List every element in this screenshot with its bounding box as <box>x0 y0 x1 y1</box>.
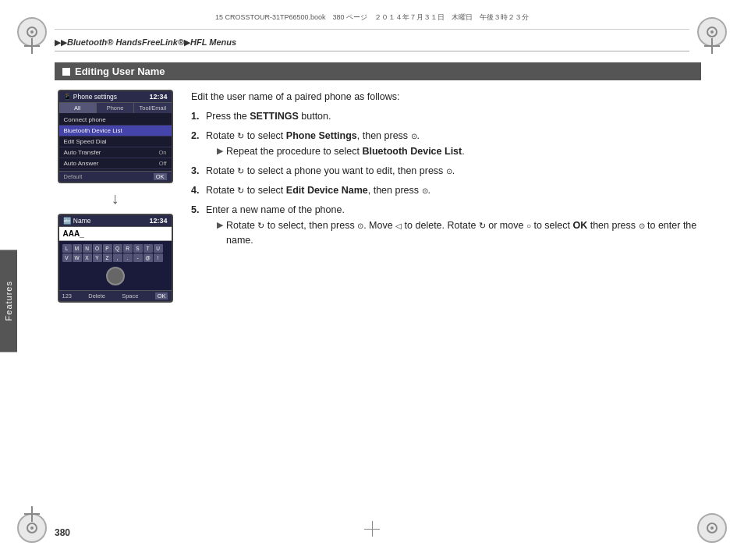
key-X: X <box>83 253 92 262</box>
screen2-header: 🔤 Name 12:34 <box>59 215 172 227</box>
crosshair-left-bottom <box>17 499 47 529</box>
screen1-time: 12:34 <box>149 93 167 101</box>
name-value: AAA_ <box>63 229 84 238</box>
key-at: @ <box>143 253 153 262</box>
step2-content: Rotate ↻ to select Phone Settings, then … <box>206 129 465 160</box>
menu-auto-answer: Auto AnswerOff <box>59 158 172 169</box>
main-content: Editing User Name 📱 Phone settings 12:34… <box>55 62 701 513</box>
crosshair-left-top <box>17 31 47 61</box>
step1-num: 1. <box>191 109 204 124</box>
right-column: Edit the user name of a paired phone as … <box>191 90 701 253</box>
step-1: 1. Press the SETTINGS button. <box>191 109 701 124</box>
screen1-menu: Connect phone Bluetooth Device List Edit… <box>59 113 172 171</box>
section-title: Editing User Name <box>75 66 165 77</box>
top-bar: 15 CROSSTOUR-31TP66500.book 380 ページ ２０１４… <box>55 6 689 30</box>
step-3: 3. Rotate ↻ to select a phone you want t… <box>191 164 701 179</box>
breadcrumb-part2: HFL Menus <box>190 37 236 47</box>
step-4: 4. Rotate ↻ to select Edit Device Name, … <box>191 183 701 198</box>
step4-num: 4. <box>191 183 204 198</box>
step-list: 1. Press the SETTINGS button. 2. Rotate … <box>191 109 701 248</box>
step3-text: Rotate ↻ to select a phone you want to e… <box>206 164 701 179</box>
bottom-crosshair <box>364 521 380 537</box>
key-P: P <box>103 244 112 253</box>
key-Q: Q <box>113 244 122 253</box>
step2-text: Rotate ↻ to select Phone Settings, then … <box>206 130 420 141</box>
section-header: Editing User Name <box>55 62 701 80</box>
keyboard-area: L M N O P Q R S T U V W X Y Z <box>59 241 172 290</box>
step5-content: Enter a new name of the phone. ▶ Rotate … <box>206 203 701 248</box>
key-V: V <box>62 253 72 262</box>
key-comma: , <box>113 253 122 262</box>
footer-default: Default <box>64 173 83 180</box>
left-column: 📱 Phone settings 12:34 All Phone Tool/Em… <box>55 90 175 303</box>
key-Y: Y <box>93 253 102 262</box>
step-2: 2. Rotate ↻ to select Phone Settings, th… <box>191 129 701 160</box>
step-5: 5. Enter a new name of the phone. ▶ Rota… <box>191 203 701 248</box>
step1-text: Press the SETTINGS button. <box>206 109 701 124</box>
menu-auto-transfer: Auto TransferOn <box>59 147 172 158</box>
key-N: N <box>83 244 92 253</box>
tab-phone: Phone <box>97 103 134 113</box>
keyboard-grid: L M N O P Q R S T U V W X Y Z <box>61 243 170 264</box>
intro-text: Edit the user name of a paired phone as … <box>191 90 701 105</box>
step5-sub: ▶ Rotate ↻ to select, then press ⊙. Move… <box>217 218 701 248</box>
page-number-value: 380 <box>55 527 70 538</box>
key-U: U <box>154 244 163 253</box>
step3-num: 3. <box>191 164 204 179</box>
key-S: S <box>133 244 143 253</box>
dial-area <box>61 264 170 289</box>
name-display: AAA_ <box>59 227 172 241</box>
footer-ok2: OK <box>155 292 168 299</box>
key-excl: ! <box>154 253 163 262</box>
menu-connect-phone: Connect phone <box>59 115 172 126</box>
step5-sub-text: Rotate ↻ to select, then press ⊙. Move ◁… <box>226 218 701 248</box>
features-label: Features <box>4 281 13 321</box>
page-number: 380 <box>55 527 70 538</box>
crosshair-right-top <box>697 31 727 61</box>
name-entry-screen: 🔤 Name 12:34 AAA_ L M N O P Q R S <box>58 214 173 303</box>
menu-speed-dial: Edit Speed Dial <box>59 136 172 147</box>
step2-sub-text: Repeat the procedure to select Bluetooth… <box>226 144 465 159</box>
section-header-square <box>62 68 70 76</box>
key-O: O <box>93 244 102 253</box>
arrow-down: ↓ <box>112 190 119 207</box>
footer-123: 123 <box>62 292 73 299</box>
corner-decoration-br <box>697 513 727 543</box>
key-period: . <box>123 253 133 262</box>
tab-tool-email: Tool/Email <box>134 103 171 113</box>
sub-arrow-2: ▶ <box>217 144 223 158</box>
step2-sub: ▶ Repeat the procedure to select Bluetoo… <box>217 144 465 159</box>
key-W: W <box>73 253 82 262</box>
key-L: L <box>62 244 72 253</box>
screen2-footer: 123 Delete Space OK <box>59 290 172 301</box>
screen1-title: 📱 Phone settings <box>63 93 118 101</box>
breadcrumb: ▶▶Bluetooth® HandsFreeLink®▶HFL Menus <box>55 37 689 51</box>
footer-delete: Delete <box>88 292 105 299</box>
screen1-footer: Default OK <box>59 171 172 182</box>
screen2-time: 12:34 <box>149 217 167 225</box>
step5-num: 5. <box>191 203 204 248</box>
dial-knob <box>106 267 125 285</box>
screen2-title: 🔤 Name <box>63 217 91 225</box>
key-dash: - <box>133 253 143 262</box>
key-R: R <box>123 244 133 253</box>
two-column-layout: 📱 Phone settings 12:34 All Phone Tool/Em… <box>55 90 701 303</box>
menu-bluetooth-list: Bluetooth Device List <box>59 126 172 136</box>
footer-ok: OK <box>154 173 167 180</box>
top-bar-text: 15 CROSSTOUR-31TP66500.book 380 ページ ２０１４… <box>215 12 529 23</box>
step5-text: Enter a new name of the phone. <box>206 204 345 215</box>
key-M: M <box>73 244 82 253</box>
sub-arrow-5: ▶ <box>217 218 223 232</box>
breadcrumb-part1: Bluetooth® HandsFreeLink® <box>67 37 184 47</box>
step4-text: Rotate ↻ to select Edit Device Name, the… <box>206 183 701 198</box>
footer-space: Space <box>122 292 138 299</box>
tab-all: All <box>59 103 97 113</box>
screen1-header: 📱 Phone settings 12:34 <box>59 91 172 103</box>
phone-settings-screen: 📱 Phone settings 12:34 All Phone Tool/Em… <box>58 90 173 183</box>
key-T: T <box>143 244 153 253</box>
features-tab: Features <box>0 250 17 352</box>
step2-num: 2. <box>191 129 204 160</box>
screen1-tabs: All Phone Tool/Email <box>59 103 172 113</box>
key-Z: Z <box>103 253 112 262</box>
